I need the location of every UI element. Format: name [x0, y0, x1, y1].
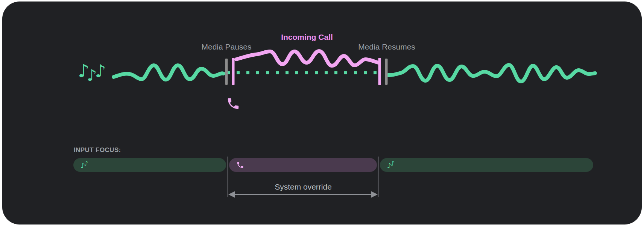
arrow-left-head: [228, 191, 235, 198]
media-resumes-label: Media Resumes: [358, 43, 415, 51]
music-notes-icon: ♪ ♪ ♪: [78, 60, 106, 84]
incoming-call-label: Incoming Call: [281, 33, 333, 41]
input-focus-media-segment-2: ♪ ♪: [380, 158, 593, 172]
media-wave-before: [114, 65, 223, 80]
input-focus-call-segment: [229, 158, 377, 172]
music-note-icon: ♪: [95, 61, 106, 84]
media-wave-after: [388, 65, 595, 81]
media-pauses-label: Media Pauses: [201, 43, 251, 51]
music-note-icon: ♪: [390, 160, 395, 168]
media-resumes-marker: [378, 58, 388, 85]
input-focus-media-segment-1: ♪ ♪: [73, 158, 226, 172]
system-override-label: System override: [275, 183, 332, 191]
call-wave: [236, 51, 378, 66]
music-note-icon: ♪: [84, 160, 88, 168]
input-focus-label: INPUT FOCUS:: [74, 147, 121, 153]
music-notes-icon: ♪ ♪: [80, 161, 88, 169]
music-notes-icon: ♪ ♪: [387, 161, 395, 169]
phone-icon: [236, 161, 244, 169]
arrow-right-head: [371, 191, 378, 198]
incoming-call-phone-icon: [228, 98, 238, 109]
diagram-card: ♪ ♪ ♪ Media Pauses Incoming Call Media R…: [2, 2, 642, 224]
